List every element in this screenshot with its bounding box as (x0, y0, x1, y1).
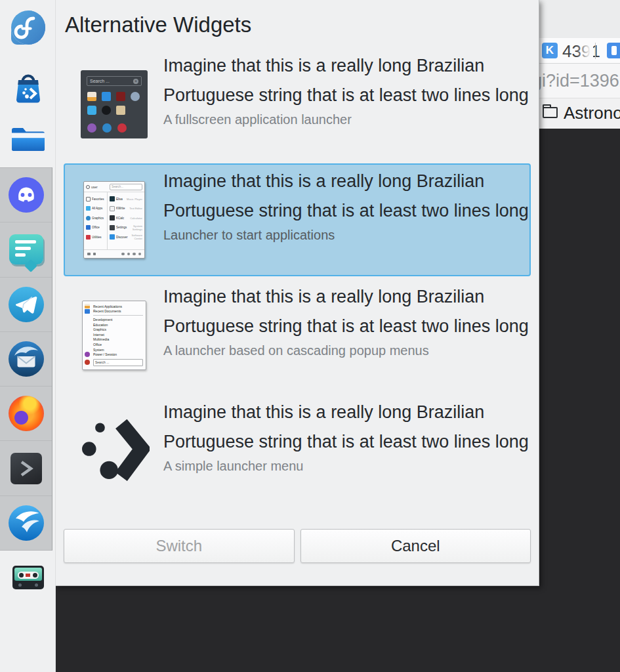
mini-app-column: ElisaMusic Player KWriteText Editor KCal… (108, 192, 144, 249)
menu-thumbnail: Recent Applications Recent Documents Dev… (65, 280, 163, 390)
widget-option-kickoff-selected[interactable]: user Search... Favorites All Apps Graphi… (64, 163, 531, 276)
mini-app-grid (85, 92, 143, 115)
mini-app-name: KCalc (116, 217, 124, 220)
mini-app-icon (116, 92, 125, 101)
mini-header: user Search... (84, 182, 144, 192)
cassette-tape (26, 574, 30, 577)
bookmark-folder-icon (543, 107, 558, 118)
mini-app-name: Elisa (116, 198, 123, 201)
folder-icon (10, 123, 47, 154)
mini-session-row (85, 123, 143, 133)
option-title: Imagine that this is a really long Brazi… (163, 51, 529, 110)
mini-office-icon (86, 225, 91, 230)
alternative-widgets-dialog: Alternative Widgets Search ... × (56, 0, 539, 586)
mini-user-label: user (91, 185, 98, 189)
mini-menu-label: Development (93, 318, 112, 322)
cassette-screws (12, 583, 44, 587)
bookmark-label[interactable]: Astrono (564, 103, 620, 123)
task-thunderbird[interactable] (0, 332, 52, 387)
screen: { "dialog": { "title": "Alternative Widg… (0, 0, 620, 672)
mini-menu-label: System (93, 348, 104, 352)
mini-graphics-icon (86, 216, 91, 220)
telegram-icon (9, 287, 44, 322)
task-telegram[interactable] (0, 278, 52, 332)
mini-app-icon (110, 225, 115, 230)
mini-menu-label: Internet (93, 333, 104, 337)
switch-button[interactable]: Switch (64, 529, 295, 563)
mini-footer-left (87, 253, 96, 256)
mini-menu-row: Internet (85, 332, 143, 337)
fedora-menu-button[interactable] (0, 10, 56, 45)
mini-app-desc: Music Player (127, 198, 142, 201)
address-text[interactable]: gi?id=13962 (532, 71, 620, 91)
mini-category-row: All Apps (84, 204, 107, 214)
widget-option-cascading-menu[interactable]: Recent Applications Recent Documents Dev… (64, 279, 531, 392)
dots-chevron-icon (79, 419, 150, 482)
discover-button[interactable] (0, 71, 56, 105)
task-firefox[interactable] (0, 387, 52, 441)
mini-app-name: Discover (116, 236, 128, 239)
option-title: Imagine that this is a really long Brazi… (163, 167, 529, 225)
firefox-icon (9, 396, 44, 431)
mini-icon-slot (85, 309, 93, 314)
mini-icon-slot (85, 360, 93, 365)
cassette-icon (12, 566, 44, 589)
option-description: A simple launcher menu (163, 459, 529, 474)
mini-menu-row: Multimedia (85, 337, 143, 343)
widget-option-simple-launcher[interactable]: Imagine that this is a really long Brazi… (64, 394, 531, 507)
mini-category-row: Graphics (84, 213, 107, 223)
mini-search-placeholder: Search ... (90, 79, 110, 83)
thunderbird-icon (9, 341, 44, 377)
task-discord[interactable] (0, 168, 52, 222)
mini-app-desc: Software Center (129, 234, 142, 240)
kickoff-preview: user Search... Favorites All Apps Graphi… (83, 181, 145, 259)
mini-menu-label: Recent Documents (93, 309, 121, 313)
cassette-reel-strip (18, 572, 39, 579)
widget-option-dashboard[interactable]: Search ... × (64, 48, 531, 161)
mini-app-icon (131, 92, 140, 101)
option-title: Imagine that this is a really long Brazi… (163, 398, 529, 456)
mini-search-field: Search ... (93, 359, 143, 366)
mini-allapps-icon (86, 206, 91, 211)
menu-preview: Recent Applications Recent Documents Dev… (82, 301, 146, 370)
mini-utilities-icon (86, 235, 91, 240)
next-tab-favicon-partial[interactable] (607, 43, 620, 58)
mini-app-name: KWrite (116, 207, 125, 210)
mini-app-icon (110, 234, 115, 240)
terminal-icon (10, 453, 42, 484)
task-konversation[interactable] (0, 222, 52, 277)
dialog-button-row: Switch Cancel (64, 529, 531, 563)
mini-search-row: Search ... (85, 358, 143, 367)
option-text: Imagine that this is a really long Brazi… (163, 280, 529, 390)
mini-menu-row: System (85, 347, 143, 352)
task-falkon[interactable] (0, 496, 52, 550)
plasma-panel (0, 0, 56, 672)
mini-leave-icon (85, 360, 90, 365)
mini-menu-label: Multimedia (93, 337, 109, 341)
mini-category-label: Utilities (92, 236, 102, 239)
cassette-player-button[interactable] (0, 566, 56, 589)
mini-menu-label: Graphics (93, 327, 106, 331)
mini-app-desc: Text Editor (129, 207, 142, 210)
chat-bubble-icon (9, 234, 43, 264)
mini-menu-row: Recent Documents (85, 309, 143, 314)
mini-menu-label: Office (93, 343, 102, 346)
mini-power-icon (85, 352, 90, 357)
mini-app-name: Settings (116, 226, 127, 229)
mini-icon-slot (85, 352, 93, 357)
option-title: Imagine that this is a really long Brazi… (163, 282, 529, 341)
mini-app-row: KWriteText Editor (110, 204, 142, 214)
mini-user-icon (86, 185, 90, 189)
file-manager-button[interactable] (0, 123, 56, 154)
mini-restart-icon (102, 123, 112, 133)
cassette-reel (19, 573, 24, 578)
mini-body: Favorites All Apps Graphics Office Utili… (84, 192, 144, 249)
discover-bag-icon (10, 71, 46, 105)
cassette-reel (33, 573, 37, 578)
fedora-logo-icon (11, 10, 45, 45)
task-konsole[interactable] (0, 441, 52, 495)
mini-app-row: SettingsSystem Settings (110, 223, 142, 233)
option-description: A fullscreen application launcher (163, 112, 529, 127)
cancel-button[interactable]: Cancel (300, 529, 531, 563)
mini-category-column: Favorites All Apps Graphics Office Utili… (84, 192, 108, 249)
